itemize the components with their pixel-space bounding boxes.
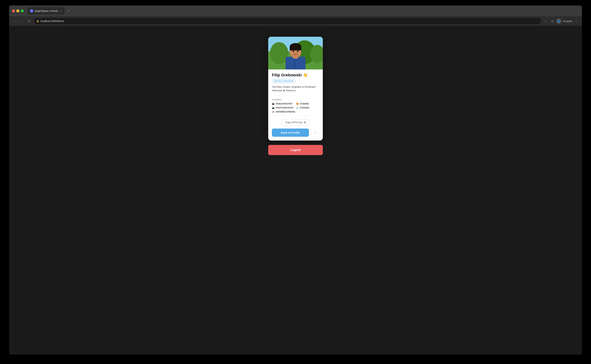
heart-favorite-button[interactable]: ♡: [311, 129, 319, 137]
forward-button[interactable]: →: [19, 19, 24, 24]
hobbies-grid: 🎬 VIDEOGRAPHY 🤩 CODING 📷 PHOTOGRAPHY: [272, 103, 319, 113]
tab-favicon-icon: S: [30, 9, 33, 12]
tab-chevron-icon: ⌄: [577, 9, 579, 12]
reload-button[interactable]: ↻: [27, 19, 32, 24]
tab-title: SuperTokens x Permit: [34, 10, 58, 12]
hobby-photography: 📷 PHOTOGRAPHY: [272, 107, 295, 109]
hobby-fishing: 🎣 FISHING: [296, 107, 319, 109]
toolbar: ← → ↻ 🔒 localhost:3000/demo ☆ ⊡ 👤 Incogn…: [9, 16, 582, 26]
profile-photo: [268, 37, 323, 70]
coding-icon: 🤩: [296, 103, 299, 105]
new-tab-button[interactable]: +: [66, 8, 72, 14]
active-tab[interactable]: S SuperTokens x Permit ✕: [27, 7, 65, 14]
maximize-traffic-light[interactable]: [21, 9, 24, 12]
hobby-videography: 🎬 VIDEOGRAPHY: [272, 103, 295, 105]
page-content: Filip Grebowski 👋 UNITED KINGDOM YouTube…: [9, 26, 582, 355]
svg-rect-11: [290, 47, 301, 50]
minimize-traffic-light[interactable]: [16, 9, 19, 12]
back-to-profile-button[interactable]: Back to Profile: [272, 129, 309, 137]
copy-gpg-label: Copy GPG Key: [285, 121, 303, 124]
menu-dots-icon[interactable]: ⋮: [574, 19, 579, 24]
hobbies-title: HOBBIES: [272, 98, 319, 101]
svg-point-15: [298, 52, 300, 54]
title-bar: S SuperTokens x Permit ✕ + ⌄: [9, 6, 582, 16]
svg-point-12: [292, 51, 294, 52]
tab-bar: S SuperTokens x Permit ✕ + ⌄: [27, 7, 579, 14]
svg-point-13: [297, 51, 299, 52]
copy-gpg-section: Copy GPG Key ⧉: [272, 119, 319, 126]
snowboarding-icon: 🏂: [272, 110, 275, 113]
profile-photo-svg: [268, 37, 323, 70]
svg-rect-7: [294, 58, 295, 70]
profile-footer: Back to Profile ♡: [272, 129, 319, 137]
incognito-label: Incognito: [563, 20, 572, 23]
bookmark-star-icon[interactable]: ☆: [543, 19, 548, 24]
copy-icon: ⧉: [304, 121, 306, 124]
profile-card: Filip Grebowski 👋 UNITED KINGDOM YouTube…: [268, 37, 323, 141]
back-button[interactable]: ←: [12, 19, 17, 24]
tab-close-button[interactable]: ✕: [59, 10, 62, 12]
profile-body: Filip Grebowski 👋 UNITED KINGDOM YouTube…: [268, 70, 323, 141]
browser-window: S SuperTokens x Permit ✕ + ⌄ ← → ↻ 🔒 loc…: [9, 6, 582, 355]
hobbies-section: HOBBIES 🎬 VIDEOGRAPHY 🤩 CODING 📷 PHOT: [272, 98, 319, 116]
videography-icon: 🎬: [272, 103, 275, 105]
photography-icon: 📷: [272, 107, 275, 109]
heart-icon: ♡: [313, 131, 316, 135]
logout-button[interactable]: Logout: [268, 145, 323, 155]
fishing-icon: 🎣: [296, 107, 299, 109]
address-bar[interactable]: 🔒 localhost:3000/demo: [34, 18, 541, 24]
svg-point-14: [291, 52, 293, 54]
lock-icon: 🔒: [36, 20, 39, 22]
browser-profile-icon[interactable]: 👤: [556, 19, 561, 24]
location-badge: UNITED KINGDOM: [272, 79, 295, 83]
svg-rect-6: [286, 57, 305, 70]
close-traffic-light[interactable]: [12, 9, 15, 12]
traffic-lights: [12, 9, 24, 12]
copy-gpg-button[interactable]: Copy GPG Key ⧉: [282, 119, 310, 126]
profile-name: Filip Grebowski 👋: [272, 73, 319, 78]
toolbar-actions: ☆ ⊡ 👤 Incognito ⋮: [543, 19, 579, 24]
address-text: localhost:3000/demo: [40, 20, 64, 23]
profile-bio: YouTube Creator, Engineer & Developer Ad…: [272, 85, 319, 96]
hobby-snowboarding: 🏂 SNOWBOARDING: [272, 110, 295, 113]
split-view-icon[interactable]: ⊡: [550, 19, 555, 24]
hobby-coding: 🤩 CODING: [296, 103, 319, 105]
